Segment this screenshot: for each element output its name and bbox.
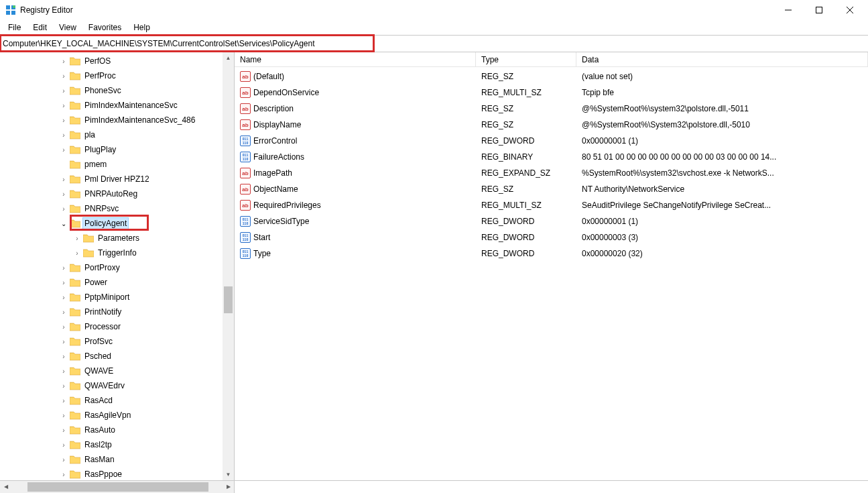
chevron-right-icon[interactable]: › [59, 146, 68, 154]
chevron-right-icon[interactable]: › [59, 87, 68, 95]
tree-node[interactable]: ›Processor [0, 319, 223, 334]
tree-node[interactable]: ›PlugPlay [0, 142, 223, 157]
tree-node[interactable]: ›RasMan [0, 452, 223, 467]
scroll-left-button[interactable]: ◀ [0, 481, 11, 492]
chevron-right-icon[interactable]: › [59, 338, 68, 345]
chevron-right-icon[interactable]: › [59, 72, 68, 80]
tree-node[interactable]: ›Parameters [0, 231, 223, 245]
scroll-up-button[interactable]: ▲ [223, 52, 234, 64]
tree-node[interactable]: ›PortProxy [0, 260, 223, 275]
chevron-right-icon[interactable]: › [59, 397, 68, 404]
col-header-type[interactable]: Type [476, 52, 576, 66]
menu-edit[interactable]: Edit [27, 21, 52, 34]
chevron-right-icon[interactable]: › [59, 353, 68, 360]
tree-node[interactable]: ›Pml Driver HPZ12 [0, 172, 223, 186]
tree-node[interactable]: ›PptpMiniport [0, 290, 223, 305]
chevron-right-icon[interactable]: › [59, 176, 68, 183]
chevron-right-icon[interactable]: › [59, 382, 68, 390]
value-row[interactable]: 011 110ServiceSidTypeREG_DWORD0x00000001… [235, 213, 868, 229]
string-value-icon: ab [240, 87, 251, 98]
chevron-right-icon[interactable]: › [59, 323, 68, 331]
value-row[interactable]: abObjectNameREG_SZNT Authority\NetworkSe… [235, 181, 868, 197]
folder-icon [70, 410, 80, 420]
tree-node[interactable]: ›RasAcd [0, 393, 223, 408]
value-row[interactable]: abDisplayNameREG_SZ@%SystemRoot%\System3… [235, 117, 868, 133]
chevron-right-icon[interactable]: › [59, 131, 68, 139]
menu-favorites[interactable]: Favorites [83, 21, 127, 34]
chevron-right-icon[interactable]: › [59, 279, 68, 286]
chevron-right-icon[interactable]: › [59, 117, 68, 124]
tree-node[interactable]: ›PerfOS [0, 54, 223, 68]
tree-node[interactable]: ›QWAVE [0, 364, 223, 378]
tree-node[interactable]: ›RasAgileVpn [0, 408, 223, 423]
chevron-right-icon[interactable]: › [59, 309, 68, 316]
chevron-right-icon[interactable]: › [59, 102, 68, 109]
tree-node[interactable]: ›QWAVEdrv [0, 378, 223, 393]
chevron-right-icon[interactable]: › [59, 368, 68, 375]
tree-node[interactable]: pmem [0, 157, 223, 172]
chevron-right-icon[interactable]: › [59, 58, 68, 65]
tree-node[interactable]: ›PhoneSvc [0, 83, 223, 98]
chevron-right-icon[interactable]: › [59, 190, 68, 198]
tree-node[interactable]: ›Psched [0, 349, 223, 364]
tree-node[interactable]: ›pla [0, 127, 223, 142]
maximize-button[interactable] [804, 0, 834, 20]
tree-node[interactable]: ›PerfProc [0, 68, 223, 83]
tree-vscrollbar[interactable]: ▲ ▼ [223, 52, 234, 480]
chevron-right-icon[interactable]: › [59, 264, 68, 272]
tree-node[interactable]: ›TriggerInfo [0, 245, 223, 260]
chevron-right-icon[interactable]: › [72, 250, 82, 257]
chevron-right-icon[interactable]: › [72, 235, 82, 242]
menu-help[interactable]: Help [128, 21, 156, 34]
chevron-right-icon[interactable]: › [59, 456, 68, 463]
chevron-right-icon[interactable]: › [59, 205, 68, 213]
value-row[interactable]: 011 110StartREG_DWORD0x00000003 (3) [235, 229, 868, 245]
tree-node[interactable]: ›PimIndexMaintenanceSvc_486 [0, 113, 223, 127]
svg-rect-0 [6, 5, 10, 9]
scroll-right-button[interactable]: ▶ [223, 481, 234, 492]
tree-node[interactable]: ›PimIndexMaintenanceSvc [0, 98, 223, 113]
value-row[interactable]: abDependOnServiceREG_MULTI_SZTcpip bfe [235, 85, 868, 101]
value-row[interactable]: 011 110ErrorControlREG_DWORD0x00000001 (… [235, 133, 868, 149]
chevron-right-icon[interactable]: › [59, 427, 68, 434]
chevron-down-icon[interactable]: ⌄ [59, 220, 68, 227]
tree-node[interactable]: ›Rasl2tp [0, 437, 223, 452]
value-row[interactable]: abRequiredPrivilegesREG_MULTI_SZSeAuditP… [235, 197, 868, 213]
tree-pane: ›PerfOS›PerfProc›PhoneSvc›PimIndexMainte… [0, 52, 235, 480]
tree-node[interactable]: ›ProfSvc [0, 334, 223, 349]
minimize-button[interactable] [773, 0, 804, 20]
value-row[interactable]: abDescriptionREG_SZ@%SystemRoot%\system3… [235, 101, 868, 117]
value-row[interactable]: 011 110TypeREG_DWORD0x00000020 (32) [235, 245, 868, 262]
string-value-icon: ab [240, 200, 251, 211]
tree-node-label: PimIndexMaintenanceSvc [83, 100, 179, 111]
tree-node[interactable]: ›PNRPsvc [0, 201, 223, 216]
values-list[interactable]: ab(Default)REG_SZ(value not set)abDepend… [235, 67, 868, 262]
tree-node[interactable]: ›RasPppoe [0, 467, 223, 480]
chevron-right-icon[interactable]: › [59, 294, 68, 301]
address-input[interactable] [0, 36, 868, 52]
chevron-right-icon[interactable]: › [59, 441, 68, 449]
scroll-thumb[interactable] [224, 286, 233, 313]
value-row[interactable]: 011 110FailureActionsREG_BINARY80 51 01 … [235, 149, 868, 165]
chevron-right-icon[interactable]: › [59, 412, 68, 419]
tree-node[interactable]: ›Power [0, 275, 223, 290]
hscroll-thumb[interactable] [27, 482, 208, 492]
close-button[interactable] [834, 0, 865, 20]
tree-node[interactable]: ⌄PolicyAgent [0, 216, 223, 231]
hscroll-track[interactable] [11, 481, 223, 493]
col-header-name[interactable]: Name [235, 52, 476, 66]
tree-node[interactable]: ›RasAuto [0, 423, 223, 437]
tree-node[interactable]: ›PNRPAutoReg [0, 186, 223, 201]
menu-view[interactable]: View [54, 21, 82, 34]
tree-hscrollbar[interactable]: ◀ ▶ [0, 481, 235, 493]
scroll-down-button[interactable]: ▼ [223, 469, 234, 480]
scroll-track[interactable] [223, 64, 234, 469]
col-header-data[interactable]: Data [576, 52, 868, 66]
value-row[interactable]: ab(Default)REG_SZ(value not set) [235, 68, 868, 85]
tree-body[interactable]: ›PerfOS›PerfProc›PhoneSvc›PimIndexMainte… [0, 52, 223, 480]
menu-file[interactable]: File [3, 21, 26, 34]
tree-node[interactable]: ›PrintNotify [0, 305, 223, 319]
chevron-right-icon[interactable]: › [59, 471, 68, 478]
value-row[interactable]: abImagePathREG_EXPAND_SZ%SystemRoot%\sys… [235, 165, 868, 181]
tree-node-label: PerfOS [83, 56, 112, 66]
